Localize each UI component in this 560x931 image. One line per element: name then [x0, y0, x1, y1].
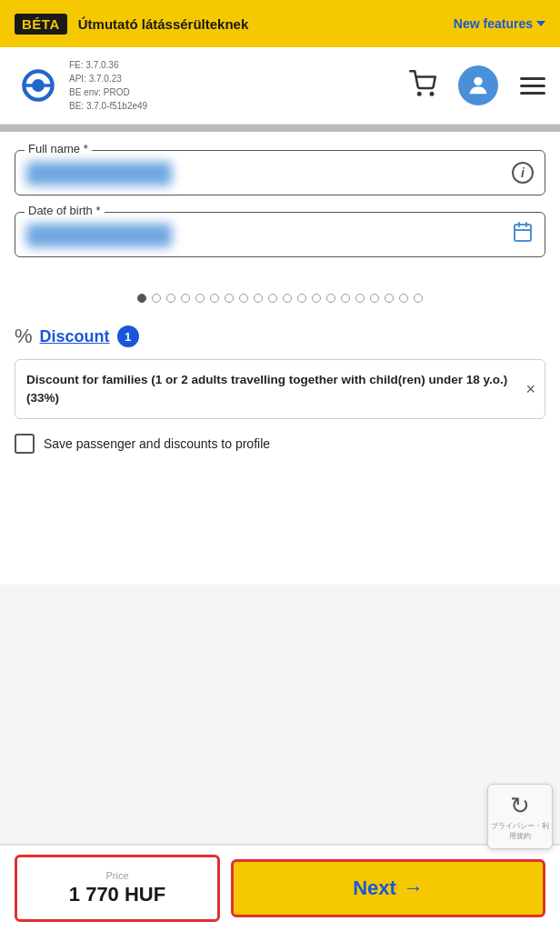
pagination-dot[interactable] [355, 294, 365, 303]
discount-tag-text: Discount for families (1 or 2 adults tra… [26, 373, 507, 405]
price-label: Price [26, 870, 208, 881]
next-button[interactable]: Next → [231, 859, 545, 917]
pagination-dot[interactable] [399, 294, 408, 303]
calendar-icon[interactable] [512, 221, 534, 248]
discount-link[interactable]: Discount [40, 327, 110, 346]
pagination-dot[interactable] [385, 294, 394, 303]
pagination-dot[interactable] [326, 294, 335, 303]
bottom-bar: Price 1 770 HUF Next → [0, 844, 560, 931]
date-of-birth-field[interactable]: Date of birth * [15, 212, 545, 257]
menu-button[interactable] [520, 77, 545, 95]
svg-point-4 [431, 93, 434, 95]
beta-badge: BÉTA [15, 14, 67, 35]
save-label: Save passenger and discounts to profile [44, 436, 270, 451]
cart-button[interactable] [409, 70, 436, 101]
info-icon[interactable]: i [512, 162, 534, 184]
logo-area: FE: 3.7.0.36 API: 3.7.0.23 BE env: PROD … [15, 58, 395, 113]
new-features-link[interactable]: New features [454, 16, 545, 31]
discount-section: % Discount 1 Discount for families (1 or… [15, 321, 545, 476]
pagination-dot[interactable] [152, 294, 161, 303]
pagination-dot[interactable] [137, 294, 146, 303]
header: FE: 3.7.0.36 API: 3.7.0.23 BE env: PROD … [0, 47, 560, 125]
pagination-dot[interactable] [341, 294, 350, 303]
pagination-dot[interactable] [297, 294, 306, 303]
chevron-down-icon [536, 21, 545, 26]
version-info: FE: 3.7.0.36 API: 3.7.0.23 BE env: PROD … [69, 58, 147, 113]
save-checkbox[interactable] [15, 434, 35, 454]
avatar[interactable] [458, 65, 498, 105]
svg-point-5 [474, 77, 482, 85]
beta-bar-title: Útmutató látássérülteknek [78, 16, 443, 32]
date-of-birth-value-blur [26, 224, 172, 247]
full-name-value-blur [26, 162, 172, 185]
pagination-dot[interactable] [239, 294, 248, 303]
main-content: Full name * i Date of birth * % Discount… [0, 132, 560, 585]
pagination-dot[interactable] [370, 294, 379, 303]
price-value: 1 770 HUF [26, 883, 208, 906]
gray-bar [0, 125, 560, 132]
pagination-dot[interactable] [268, 294, 277, 303]
recaptcha-widget[interactable]: ↻ プライバシー・利用規約 [487, 784, 553, 849]
full-name-label: Full name * [25, 142, 92, 155]
logo-icon [15, 69, 62, 102]
percent-icon: % [15, 325, 33, 348]
pagination-dot[interactable] [195, 294, 205, 303]
svg-point-3 [418, 93, 421, 95]
save-row: Save passenger and discounts to profile [15, 434, 545, 454]
pagination-dot[interactable] [312, 294, 321, 303]
discount-badge: 1 [117, 325, 139, 347]
next-button-label: Next [353, 876, 396, 900]
pagination-dot[interactable] [283, 294, 292, 303]
pagination-dot[interactable] [181, 294, 190, 303]
recaptcha-text: プライバシー・利用規約 [488, 822, 552, 841]
beta-bar: BÉTA Útmutató látássérülteknek New featu… [0, 0, 560, 47]
pagination-dot[interactable] [254, 294, 263, 303]
full-name-field[interactable]: Full name * i [15, 150, 545, 195]
next-arrow-icon: → [404, 876, 424, 900]
pagination-dots [15, 283, 545, 321]
pagination-dot[interactable] [210, 294, 219, 303]
discount-remove-button[interactable]: × [525, 379, 535, 398]
form-section: Full name * i Date of birth * [15, 132, 545, 283]
header-icons [409, 65, 545, 105]
bottom-spacer [15, 476, 545, 566]
date-of-birth-label: Date of birth * [25, 204, 105, 217]
pagination-dot[interactable] [225, 294, 234, 303]
pagination-dot[interactable] [166, 294, 175, 303]
discount-tag: Discount for families (1 or 2 adults tra… [15, 359, 545, 419]
new-features-label: New features [454, 16, 533, 31]
svg-rect-6 [515, 225, 531, 241]
discount-header: % Discount 1 [15, 325, 545, 348]
price-box: Price 1 770 HUF [15, 855, 220, 922]
pagination-dot[interactable] [414, 294, 423, 303]
recaptcha-icon: ↻ [510, 792, 530, 820]
